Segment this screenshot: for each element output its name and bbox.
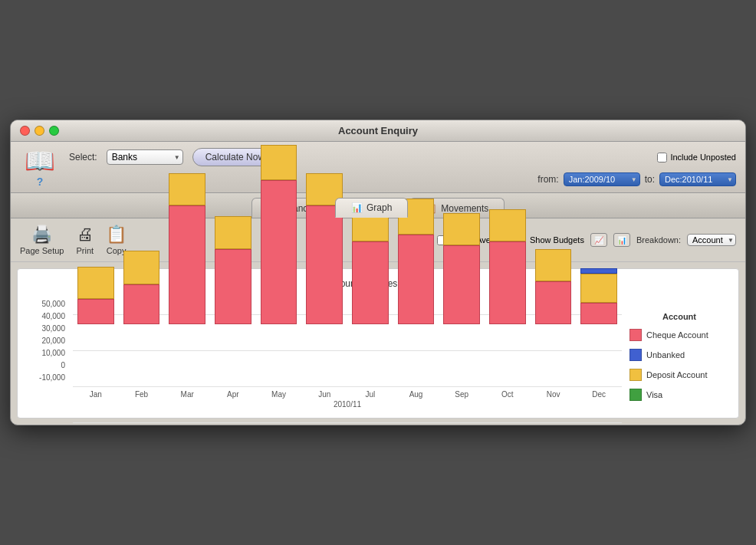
legend-color-deposit bbox=[629, 369, 642, 381]
bar-deposit-jan bbox=[77, 267, 114, 299]
bar-deposit-feb bbox=[123, 251, 160, 285]
graph-chart-icon: 📊 bbox=[351, 202, 363, 213]
legend-color-unbanked bbox=[629, 349, 642, 361]
legend-title: Account bbox=[629, 312, 729, 321]
breakdown-label: Breakdown: bbox=[636, 235, 681, 245]
bar-chart-button[interactable]: 📊 bbox=[613, 233, 630, 247]
x-label-jul: Jul bbox=[347, 390, 393, 399]
bar-cheque-feb bbox=[123, 284, 160, 324]
tab-movements-label: Movements bbox=[441, 203, 488, 214]
bar-deposit-nov bbox=[535, 249, 572, 281]
legend-label-cheque: Cheque Account bbox=[646, 330, 708, 340]
tabs-bar: ▦ Balances 📊 Graph 📋 Movements bbox=[11, 193, 745, 218]
line-chart-button[interactable]: 📈 bbox=[590, 233, 607, 247]
legend-item-deposit: Deposit Account bbox=[629, 369, 729, 381]
bar-deposit-oct bbox=[489, 209, 526, 241]
minimize-button[interactable] bbox=[35, 126, 44, 136]
banks-select[interactable]: Banks bbox=[107, 149, 183, 165]
to-date-wrapper: Dec:2010/11 bbox=[659, 172, 736, 186]
chart-body: JanFebMarAprMayJunJulAugSepOctNovDec 201… bbox=[73, 297, 622, 409]
x-label-feb: Feb bbox=[119, 390, 165, 399]
bar-deposit-may bbox=[261, 145, 297, 180]
bar-group-jan bbox=[73, 297, 119, 360]
page-setup-button[interactable]: 🖨️ Page Setup bbox=[20, 225, 64, 255]
copy-icon: 📋 bbox=[106, 225, 127, 245]
close-button[interactable] bbox=[20, 126, 30, 136]
bar-deposit-sep bbox=[443, 213, 480, 245]
bar-cheque-nov bbox=[535, 281, 572, 324]
chart-inner: 50,000 40,000 30,000 20,000 10,000 0 -10… bbox=[27, 297, 729, 409]
page-setup-label: Page Setup bbox=[20, 246, 64, 255]
toolbar-top-row: Select: Banks Calculate Now Include Unpo… bbox=[69, 148, 736, 166]
from-label: from: bbox=[537, 174, 558, 185]
x-label-apr: Apr bbox=[210, 390, 256, 399]
bar-group-jul bbox=[347, 297, 393, 360]
bar-cheque-may bbox=[261, 180, 297, 324]
bar-cheque-jul bbox=[352, 241, 389, 324]
bar-group-nov bbox=[531, 297, 577, 360]
bar-group-feb bbox=[119, 297, 165, 360]
print-label: Print bbox=[77, 246, 94, 255]
y-label-0: 0 bbox=[61, 361, 65, 369]
bar-group-apr bbox=[210, 297, 256, 360]
bar-deposit-dec bbox=[580, 274, 617, 303]
bar-group-sep bbox=[439, 297, 485, 360]
to-date-select[interactable]: Dec:2010/11 bbox=[659, 172, 736, 186]
x-label-jan: Jan bbox=[73, 390, 119, 399]
legend-color-cheque bbox=[629, 329, 642, 341]
y-label-40000: 40,000 bbox=[41, 312, 65, 320]
from-date-select[interactable]: Jan:2009/10 bbox=[564, 172, 640, 186]
include-unposted-container: Include Unposted bbox=[657, 153, 736, 163]
legend-item-unbanked: Unbanked bbox=[629, 349, 729, 361]
tab-graph-label: Graph bbox=[366, 202, 392, 213]
bar-cheque-dec bbox=[580, 303, 617, 324]
y-label-50000: 50,000 bbox=[41, 300, 65, 308]
x-year-label: 2010/11 bbox=[73, 400, 622, 409]
breakdown-wrapper: Account bbox=[687, 234, 736, 246]
x-label-oct: Oct bbox=[485, 390, 531, 399]
legend-label-unbanked: Unbanked bbox=[646, 350, 685, 360]
legend-item-cheque: Cheque Account bbox=[629, 329, 729, 341]
select-wrapper: Banks bbox=[107, 149, 183, 165]
bar-group-jun bbox=[301, 297, 347, 360]
x-label-may: May bbox=[256, 390, 302, 399]
x-label-mar: Mar bbox=[164, 390, 210, 399]
x-label-dec: Dec bbox=[576, 390, 622, 399]
top-toolbar: 📖 ? Select: Banks Calculate Now Include … bbox=[11, 142, 745, 193]
window-controls bbox=[20, 126, 59, 136]
print-button[interactable]: 🖨 Print bbox=[77, 225, 94, 255]
page-setup-icon: 🖨️ bbox=[31, 225, 52, 245]
to-label: to: bbox=[645, 174, 655, 185]
legend-label-deposit: Deposit Account bbox=[646, 370, 708, 379]
legend-color-visa bbox=[629, 389, 642, 401]
x-label-nov: Nov bbox=[531, 390, 577, 399]
show-budgets-label: Show Budgets bbox=[530, 235, 584, 245]
bar-group-dec bbox=[576, 297, 622, 360]
window-title: Account Enquiry bbox=[338, 125, 418, 136]
bar-cheque-aug bbox=[398, 235, 435, 324]
tab-graph[interactable]: 📊 Graph bbox=[335, 198, 408, 218]
x-label-jun: Jun bbox=[301, 390, 347, 399]
breakdown-select[interactable]: Account bbox=[687, 234, 736, 246]
bar-cheque-sep bbox=[443, 245, 480, 324]
x-label-sep: Sep bbox=[439, 390, 485, 399]
bar-unbanked-dec bbox=[580, 268, 617, 274]
bar-cheque-jun bbox=[306, 205, 343, 324]
bar-deposit-apr bbox=[215, 216, 251, 248]
chart-controls: Show Average Show Budgets 📈 📊 Breakdown:… bbox=[437, 233, 736, 247]
include-unposted-checkbox[interactable] bbox=[657, 153, 667, 163]
y-label-30000: 30,000 bbox=[41, 324, 65, 333]
bar-group-aug bbox=[393, 297, 439, 360]
y-label-neg10000: -10,000 bbox=[39, 373, 65, 382]
bar-cheque-apr bbox=[215, 249, 251, 325]
bar-cheque-oct bbox=[489, 241, 526, 324]
bar-group-may bbox=[256, 297, 302, 360]
bar-cheque-mar bbox=[169, 205, 205, 324]
include-unposted-label: Include Unposted bbox=[670, 153, 736, 162]
x-labels: JanFebMarAprMayJunJulAugSepOctNovDec bbox=[73, 387, 622, 399]
print-icon: 🖨 bbox=[77, 225, 94, 245]
maximize-button[interactable] bbox=[49, 126, 59, 136]
main-window: Account Enquiry 📖 ? Select: Banks Calcul… bbox=[10, 120, 746, 425]
bar-group-mar bbox=[164, 297, 210, 360]
bar-cheque-jan bbox=[77, 299, 114, 324]
